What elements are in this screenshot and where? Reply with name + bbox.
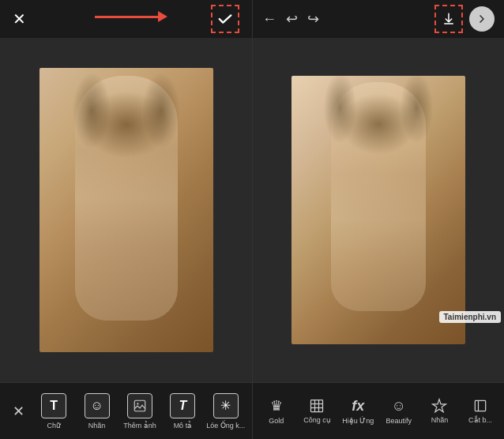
mo-ta-icon: T [179,399,186,413]
left-image-area [0,38,252,382]
loe-icon: ✳ [220,398,231,413]
check-icon [216,10,234,28]
hieu-ung-label: Hiệu Ứng [342,417,374,425]
bottom-tool-hieu-ung[interactable]: fx Hiệu Ứng [342,398,374,425]
close-icon[interactable]: ✕ [13,9,26,28]
right-header-right [434,5,495,33]
right-image-area: Taimienphi.vn [253,38,504,382]
redo-button[interactable]: ↪ [307,10,319,28]
right-header-left: ← ↩ ↪ [262,10,319,28]
beautify-label: Beautify [386,417,412,425]
forward-button[interactable] [469,6,495,32]
back-button[interactable]: ← [262,11,276,28]
download-button[interactable] [434,5,463,33]
confirm-button[interactable] [211,5,239,33]
them-anh-icon [133,399,147,413]
cat-icon [472,398,488,414]
hieu-ung-icon: fx [352,398,364,415]
toolbar-item-nhan[interactable]: ☺ Nhãn [77,388,116,435]
toolbar-item-mo-ta[interactable]: T Mô tả [163,388,202,435]
nhan-icon-box: ☺ [85,393,110,418]
bottom-tool-cat[interactable]: Cắt b... [465,398,496,424]
them-anh-icon-box [127,393,152,418]
left-header: ✕ [0,0,252,38]
arrow-head [158,11,167,22]
mo-ta-label: Mô tả [174,422,193,430]
arrow-line [95,16,158,18]
loe-icon-box: ✳ [213,393,239,418]
left-toolbar: ✕ T Chữ ☺ Nhãn Thêm ảnh [0,382,252,439]
watermark: Taimienphi.vn [439,311,502,323]
toolbar-close-button[interactable]: ✕ [6,388,31,435]
cat-label: Cắt b... [468,416,492,424]
photo-container [24,60,229,360]
svg-rect-7 [475,400,485,411]
right-photo-container [291,76,465,344]
chu-icon-box: T [41,393,66,418]
left-red-arrow [95,11,167,22]
right-photo-base [291,76,465,344]
nhan-right-icon [431,398,447,414]
toolbar-item-loe[interactable]: ✳ Lóe Ống k... [206,388,246,435]
left-panel: ✕ ✕ T Chữ [0,0,252,439]
right-panel: ← ↩ ↪ [252,0,504,439]
right-bottom-bar: ♛ Gold Công cụ fx Hiệu Ứng ☺ Beautify [253,382,504,439]
forward-icon [476,13,488,25]
bottom-tool-cong-cu[interactable]: Công cụ [301,398,333,424]
gold-label: Gold [269,417,284,425]
svg-point-1 [137,403,138,404]
nhan-icon: ☺ [90,399,103,413]
them-anh-label: Thêm ảnh [123,422,156,430]
chu-icon: T [50,399,58,413]
bottom-tool-nhan[interactable]: Nhãn [423,398,455,424]
photo-base [39,68,213,352]
tree-overlay [39,68,213,352]
svg-rect-2 [311,400,323,412]
cong-cu-label: Công cụ [303,416,331,424]
beautify-icon: ☺ [392,398,406,415]
mo-ta-icon-box: T [170,393,195,418]
nhan-label: Nhãn [88,422,106,430]
toolbar-item-them-anh[interactable]: Thêm ảnh [120,388,160,435]
gold-icon: ♛ [270,397,283,415]
nhan-right-label: Nhãn [431,416,449,424]
chu-label: Chữ [47,422,61,430]
right-tree-overlay [291,76,465,344]
svg-rect-0 [134,400,145,411]
right-header: ← ↩ ↪ [253,0,504,38]
loe-label: Lóe Ống k... [206,422,245,430]
bottom-tool-gold[interactable]: ♛ Gold [261,397,292,425]
cong-cu-icon [309,398,325,414]
check-area [211,5,239,33]
toolbar-item-chu[interactable]: T Chữ [34,388,73,435]
bottom-tool-beautify[interactable]: ☺ Beautify [383,398,415,425]
close-tool-icon: ✕ [13,403,24,420]
undo-button[interactable]: ↩ [286,10,298,28]
download-icon [442,12,456,26]
